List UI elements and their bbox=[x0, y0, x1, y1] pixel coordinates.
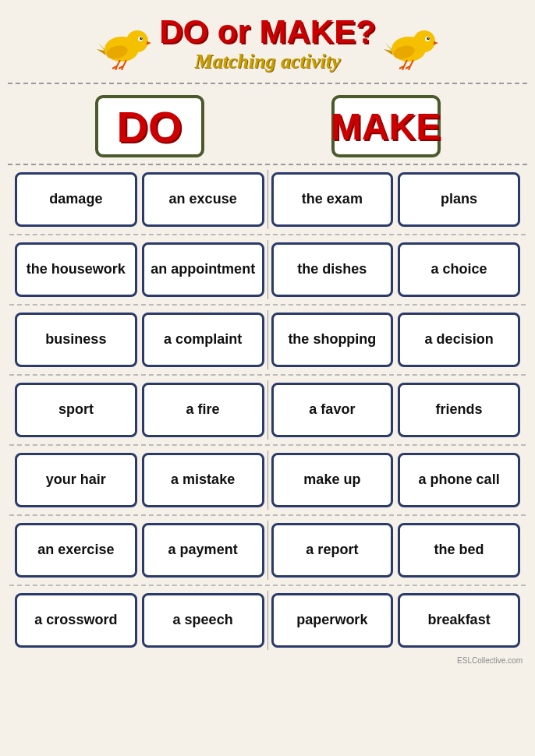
card-right-3-0: a favor bbox=[271, 383, 394, 437]
card-right-4-0: make up bbox=[271, 453, 394, 507]
page: DO or MAKE? Matching activity bbox=[0, 0, 535, 674]
do-header-cell: DO bbox=[31, 95, 268, 157]
card-left-0-1: an excuse bbox=[142, 172, 264, 227]
card-row-6: a crossworda speechpaperworkbreakfast bbox=[9, 586, 526, 655]
cards-area: damagean excusethe examplansthe housewor… bbox=[8, 165, 527, 655]
header-divider bbox=[8, 83, 527, 84]
row-divider-4 bbox=[268, 450, 268, 510]
card-right-0-1: plans bbox=[398, 172, 520, 227]
svg-point-6 bbox=[141, 37, 142, 38]
card-row-2: businessa complaintthe shoppinga decisio… bbox=[9, 306, 526, 376]
row-divider-3 bbox=[268, 380, 268, 440]
card-row-3: sporta firea favorfriends bbox=[9, 376, 526, 446]
svg-marker-7 bbox=[147, 41, 151, 45]
make-header-cell: MAKE bbox=[268, 95, 504, 157]
row-divider-1 bbox=[268, 240, 268, 299]
card-right-6-1: breakfast bbox=[398, 593, 520, 648]
card-row-1: the houseworkan appointmentthe dishesa c… bbox=[9, 235, 526, 306]
card-left-3-1: a fire bbox=[142, 383, 264, 437]
do-make-header-row: DO MAKE bbox=[8, 89, 527, 165]
card-left-3-0: sport bbox=[15, 383, 137, 437]
svg-marker-23 bbox=[434, 41, 438, 45]
card-left-1-0: the housework bbox=[15, 242, 137, 297]
make-box: MAKE bbox=[331, 95, 441, 157]
row-divider-6 bbox=[268, 591, 268, 650]
card-row-0: damagean excusethe examplans bbox=[9, 165, 526, 235]
card-right-2-0: the shopping bbox=[271, 313, 394, 367]
card-right-3-1: friends bbox=[398, 383, 520, 437]
card-right-6-0: paperwork bbox=[271, 593, 394, 648]
card-left-2-0: business bbox=[15, 313, 137, 367]
page-subtitle: Matching activity bbox=[194, 50, 340, 73]
watermark: ESLCollective.com bbox=[8, 655, 527, 666]
card-left-5-1: a payment bbox=[142, 523, 264, 578]
row-divider-5 bbox=[268, 521, 268, 580]
svg-point-3 bbox=[126, 30, 148, 52]
card-left-5-0: an exercise bbox=[15, 523, 137, 578]
card-right-5-0: a report bbox=[271, 523, 394, 578]
right-bird-icon bbox=[384, 19, 438, 70]
left-bird-icon bbox=[97, 19, 151, 70]
row-divider-2 bbox=[268, 310, 268, 369]
do-box: DO bbox=[95, 95, 204, 157]
card-right-0-0: the exam bbox=[271, 172, 394, 227]
card-left-4-0: your hair bbox=[15, 453, 137, 507]
card-row-4: your haira mistakemake upa phone call bbox=[9, 446, 526, 516]
card-left-1-1: an appointment bbox=[142, 242, 264, 297]
card-left-6-1: a speech bbox=[142, 593, 264, 648]
card-row-5: an exercisea paymenta reportthe bed bbox=[9, 516, 526, 586]
card-right-2-1: a decision bbox=[398, 313, 520, 367]
page-title: DO or MAKE? bbox=[159, 16, 376, 48]
row-divider-0 bbox=[268, 170, 268, 229]
header-text: DO or MAKE? Matching activity bbox=[159, 16, 376, 73]
card-right-4-1: a phone call bbox=[398, 453, 520, 507]
card-right-5-1: the bed bbox=[398, 523, 520, 578]
svg-point-5 bbox=[140, 37, 143, 40]
card-left-2-1: a complaint bbox=[142, 313, 264, 367]
card-right-1-0: the dishes bbox=[271, 242, 394, 297]
card-right-1-1: a choice bbox=[398, 242, 520, 297]
svg-point-19 bbox=[413, 30, 435, 52]
do-label: DO bbox=[117, 101, 182, 152]
card-left-4-1: a mistake bbox=[142, 453, 264, 507]
card-left-0-0: damage bbox=[15, 172, 137, 227]
make-label: MAKE bbox=[331, 105, 441, 148]
header: DO or MAKE? Matching activity bbox=[8, 8, 527, 78]
card-left-6-0: a crossword bbox=[15, 593, 137, 648]
